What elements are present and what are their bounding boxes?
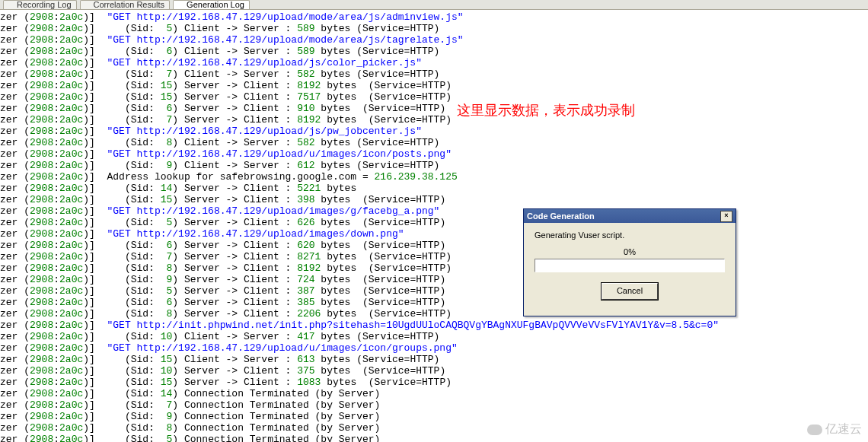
log-line: zer (2908:2a0c)] "GET http://192.168.47.… [0, 205, 868, 217]
dialog-titlebar[interactable]: Code Generation × [524, 209, 736, 223]
tab-label: Generation Log [187, 1, 244, 9]
tab-label: Recording Log [17, 1, 72, 9]
dialog-title-text: Code Generation [527, 209, 595, 223]
watermark: 亿速云 [807, 421, 862, 437]
log-line: zer (2908:2a0c)] "GET http://192.168.47.… [0, 342, 868, 354]
log-line: zer (2908:2a0c)] "GET http://192.168.47.… [0, 11, 868, 23]
log-line: zer (2908:2a0c)] (Sid: 14) Server -> Cli… [0, 183, 868, 194]
progress-percent: 0% [535, 247, 725, 256]
log-line: zer (2908:2a0c)] (Sid: 9) Connection Ter… [0, 411, 868, 422]
list-icon [84, 2, 91, 8]
cancel-button[interactable]: Cancel [602, 283, 658, 300]
log-line: zer (2908:2a0c)] (Sid: 6) Server -> Clie… [0, 240, 868, 251]
log-line: zer (2908:2a0c)] "GET http://192.168.47.… [0, 34, 868, 46]
log-line: zer (2908:2a0c)] (Sid: 9) Server -> Clie… [0, 274, 868, 285]
log-line: zer (2908:2a0c)] (Sid: 6) Server -> Clie… [0, 297, 868, 308]
log-line: zer (2908:2a0c)] "GET http://192.168.47.… [0, 228, 868, 240]
log-line: zer (2908:2a0c)] (Sid: 15) Server -> Cli… [0, 377, 868, 388]
code-generation-dialog: Code Generation × Generating Vuser scrip… [523, 208, 736, 316]
log-line: zer (2908:2a0c)] (Sid: 6) Server -> Clie… [0, 103, 868, 114]
dialog-message: Generating Vuser script. [535, 231, 725, 240]
log-line: zer (2908:2a0c)] (Sid: 14) Connection Te… [0, 388, 868, 399]
log-pane[interactable]: zer (2908:2a0c)] "GET http://192.168.47.… [0, 10, 868, 442]
log-line: zer (2908:2a0c)] (Sid: 8) Server -> Clie… [0, 308, 868, 320]
record-icon [7, 2, 14, 8]
log-line: zer (2908:2a0c)] (Sid: 6) Client -> Serv… [0, 46, 868, 57]
log-line: zer (2908:2a0c)] (Sid: 10) Server -> Cli… [0, 365, 868, 377]
log-line: zer (2908:2a0c)] (Sid: 8) Client -> Serv… [0, 137, 868, 148]
gen-icon [177, 2, 184, 8]
log-line: zer (2908:2a0c)] Address lookup for safe… [0, 171, 868, 183]
log-line: zer (2908:2a0c)] (Sid: 15) Server -> Cli… [0, 91, 868, 103]
log-line: zer (2908:2a0c)] (Sid: 10) Client -> Ser… [0, 331, 868, 342]
log-line: zer (2908:2a0c)] "GET http://192.168.47.… [0, 126, 868, 137]
tab-label: Correlation Results [94, 1, 165, 9]
log-line: zer (2908:2a0c)] (Sid: 15) Server -> Cli… [0, 80, 868, 91]
log-line: zer (2908:2a0c)] (Sid: 15) Server -> Cli… [0, 194, 868, 205]
cloud-icon [807, 425, 822, 435]
log-line: zer (2908:2a0c)] (Sid: 5) Server -> Clie… [0, 217, 868, 228]
log-line: zer (2908:2a0c)] (Sid: 8) Server -> Clie… [0, 262, 868, 274]
progress-bar [535, 259, 725, 272]
log-line: zer (2908:2a0c)] (Sid: 5) Server -> Clie… [0, 285, 868, 297]
tab-correlation-results[interactable]: Correlation Results [80, 0, 171, 9]
log-line: zer (2908:2a0c)] (Sid: 7) Server -> Clie… [0, 114, 868, 126]
log-line: zer (2908:2a0c)] (Sid: 15) Client -> Ser… [0, 354, 868, 365]
watermark-text: 亿速云 [825, 421, 862, 437]
log-line: zer (2908:2a0c)] (Sid: 5) Client -> Serv… [0, 23, 868, 34]
log-line: zer (2908:2a0c)] (Sid: 7) Server -> Clie… [0, 251, 868, 262]
tab-recording-log[interactable]: Recording Log [3, 0, 77, 9]
log-line: zer (2908:2a0c)] (Sid: 8) Connection Ter… [0, 422, 868, 434]
tab-bar: Recording Log Correlation Results Genera… [0, 0, 868, 10]
close-icon[interactable]: × [720, 211, 732, 222]
log-line: zer (2908:2a0c)] (Sid: 9) Client -> Serv… [0, 160, 868, 171]
log-line: zer (2908:2a0c)] (Sid: 5) Connection Ter… [0, 434, 868, 442]
tab-generation-log[interactable]: Generation Log [173, 0, 250, 9]
log-line: zer (2908:2a0c)] "GET http://192.168.47.… [0, 57, 868, 68]
log-line: zer (2908:2a0c)] (Sid: 7) Connection Ter… [0, 399, 868, 411]
dialog-body: Generating Vuser script. 0% Cancel [524, 223, 736, 306]
log-line: zer (2908:2a0c)] "GET http://192.168.47.… [0, 148, 868, 160]
log-line: zer (2908:2a0c)] "GET http://init.phpwin… [0, 320, 868, 331]
log-line: zer (2908:2a0c)] (Sid: 7) Client -> Serv… [0, 68, 868, 80]
annotation-text: 这里显示数据，表示成功录制 [457, 101, 635, 119]
